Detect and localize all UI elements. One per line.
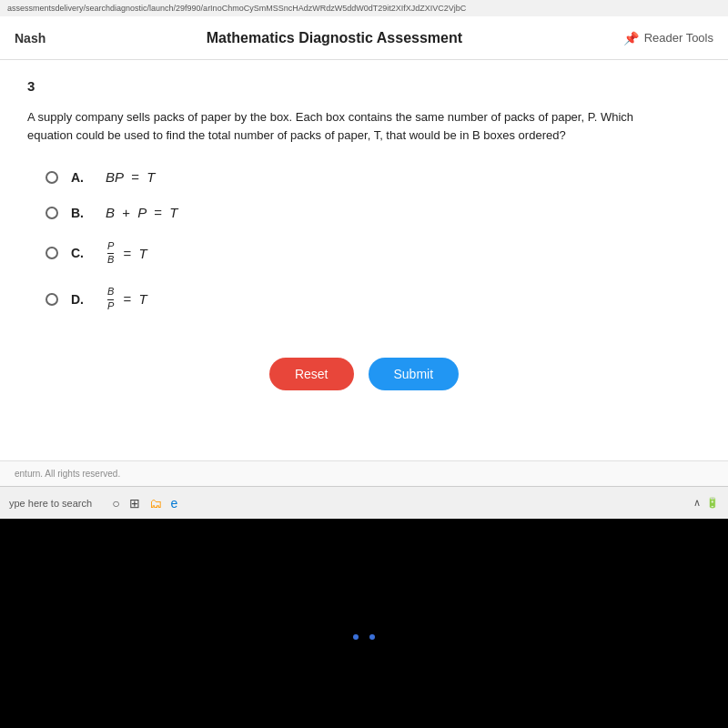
submit-button[interactable]: Submit — [369, 358, 460, 390]
fraction-d: B P — [107, 286, 114, 311]
dot-1 — [353, 634, 359, 640]
fraction-c-denominator: B — [107, 254, 114, 266]
choice-b-equation: B + P = T — [106, 205, 177, 220]
choice-a-equation: BP = T — [106, 169, 155, 185]
black-area — [0, 519, 728, 728]
edge-icon[interactable]: e — [171, 496, 178, 511]
pin-icon: 📌 — [623, 31, 639, 46]
choice-c[interactable]: C. P B = T — [46, 240, 701, 266]
fraction-c-numerator: P — [107, 240, 114, 254]
radio-c[interactable] — [46, 247, 58, 259]
choice-a[interactable]: A. BP = T — [46, 169, 701, 185]
battery-icon: 🔋 — [706, 497, 719, 509]
page-title: Mathematics Diagnostic Assessment — [46, 30, 622, 46]
choice-d-equation: B P = T — [106, 286, 147, 311]
radio-a[interactable] — [46, 171, 58, 184]
choice-c-label: C. — [71, 246, 93, 260]
question-text: A supply company sells packs of paper by… — [27, 108, 646, 144]
choice-d[interactable]: D. B P = T — [46, 286, 701, 311]
radio-b[interactable] — [46, 207, 58, 219]
browser-url-bar: assessmentsdelivery/searchdiagnostic/lau… — [0, 0, 728, 16]
search-icon[interactable]: ○ — [112, 496, 119, 511]
dot-2 — [369, 634, 375, 640]
file-explorer-icon[interactable]: 🗂 — [149, 496, 162, 511]
fraction-d-numerator: B — [107, 286, 114, 299]
system-tray-icon: ∧ — [693, 497, 701, 509]
app-header: Nash Mathematics Diagnostic Assessment 📌… — [0, 16, 728, 60]
reader-tools-label: Reader Tools — [644, 31, 713, 45]
question-number: 3 — [27, 78, 701, 94]
task-view-icon[interactable]: ⊞ — [129, 496, 140, 511]
reader-tools-button[interactable]: 📌 Reader Tools — [623, 31, 713, 46]
indicator-dots — [353, 634, 375, 640]
taskbar: ype here to search ○ ⊞ 🗂 e ∧ 🔋 — [0, 486, 728, 519]
main-content: 3 A supply company sells packs of paper … — [0, 60, 728, 460]
url-text: assessmentsdelivery/searchdiagnostic/lau… — [7, 4, 466, 13]
app-footer: enturn. All rights reserved. — [0, 460, 728, 486]
taskbar-right: ∧ 🔋 — [693, 497, 719, 509]
taskbar-search-text: ype here to search — [9, 498, 92, 509]
copyright-text: enturn. All rights reserved. — [15, 469, 120, 479]
user-name: Nash — [15, 31, 46, 46]
answer-choices: A. BP = T B. B + P = T C. P — [46, 169, 701, 312]
fraction-d-denominator: P — [107, 300, 114, 312]
reset-button[interactable]: Reset — [269, 358, 354, 390]
choice-b[interactable]: B. B + P = T — [46, 205, 701, 220]
app-container: Nash Mathematics Diagnostic Assessment 📌… — [0, 16, 728, 728]
choice-d-label: D. — [71, 292, 93, 307]
fraction-c: P B — [107, 240, 114, 266]
choice-b-label: B. — [71, 206, 93, 220]
choice-a-label: A. — [71, 170, 93, 185]
buttons-area: Reset Submit — [27, 358, 701, 418]
choice-c-equation: P B = T — [106, 240, 147, 266]
taskbar-icons: ○ ⊞ 🗂 e — [112, 496, 177, 511]
radio-d[interactable] — [46, 293, 58, 306]
